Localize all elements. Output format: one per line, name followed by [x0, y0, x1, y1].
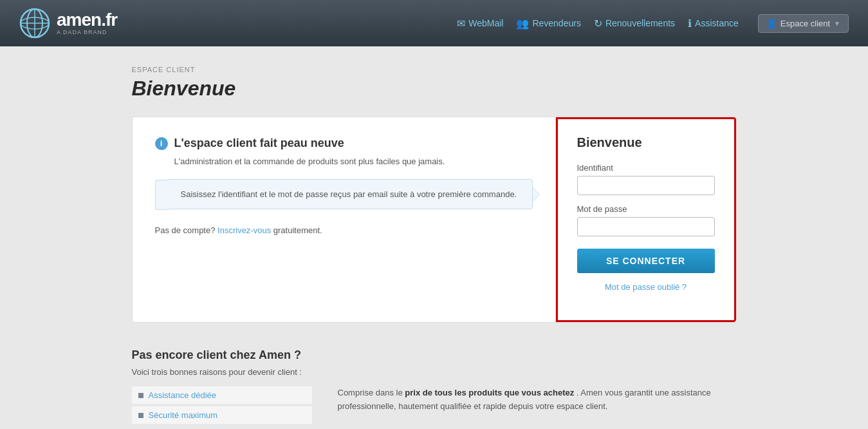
logo-brand: A DADA BRAND — [57, 29, 117, 35]
bottom-right: Comprise dans le prix de tous les produi… — [338, 386, 737, 426]
list-bullet-icon — [138, 393, 143, 398]
refresh-icon: ↻ — [594, 17, 602, 30]
info-box-text: Saisissez l'identifiant et le mot de pas… — [181, 189, 517, 199]
login-left-panel: i L'espace client fait peau neuve L'admi… — [133, 117, 556, 322]
list-bullet-icon — [138, 413, 143, 418]
no-account-suffix: gratuitement. — [273, 225, 322, 235]
bottom-text-1: Comprise dans le — [338, 388, 403, 397]
login-right-panel: Bienvenue Identifiant Mot de passe SE CO… — [556, 117, 736, 322]
site-header: amen.fr A DADA BRAND ✉ WebMail 👥 Revende… — [0, 0, 868, 46]
login-card: i L'espace client fait peau neuve L'admi… — [132, 117, 737, 323]
forgot-password-link[interactable]: Mot de passe oublié ? — [577, 282, 715, 292]
nav-webmail-label: WebMail — [468, 18, 503, 28]
bottom-grid: Assistance dédiée Sécurité maximum Compr… — [132, 386, 737, 426]
bottom-title: Pas encore client chez Amen ? — [132, 348, 737, 362]
connect-button[interactable]: SE CONNECTER — [577, 249, 715, 273]
nav-revendeurs[interactable]: 👥 Revendeurs — [516, 17, 581, 30]
globe-icon — [19, 8, 50, 39]
bottom-section: Pas encore client chez Amen ? Voici troi… — [132, 342, 737, 426]
mot-de-passe-group: Mot de passe — [577, 204, 715, 236]
mail-icon: ✉ — [457, 17, 465, 30]
page-title: Bienvenue — [132, 77, 737, 100]
info-circle-icon: i — [155, 137, 168, 150]
no-account-text: Pas de compte? Inscrivez-vous gratuiteme… — [155, 225, 533, 235]
register-link[interactable]: Inscrivez-vous — [217, 225, 271, 235]
nav-revendeurs-label: Revendeurs — [532, 18, 581, 28]
info-desc: L'administration et la commande de produ… — [155, 157, 533, 166]
nav-assistance[interactable]: ℹ Assistance — [688, 17, 739, 30]
info-header: i L'espace client fait peau neuve — [155, 137, 533, 150]
list-item-link-security[interactable]: Sécurité maximum — [149, 410, 218, 420]
info-icon: ℹ — [688, 17, 692, 30]
chevron-down-icon: ▼ — [834, 20, 840, 27]
login-welcome-title: Bienvenue — [577, 135, 715, 150]
main-nav: ✉ WebMail 👥 Revendeurs ↻ Renouvellements… — [457, 14, 849, 33]
nav-assistance-label: Assistance — [695, 18, 739, 28]
identifiant-label: Identifiant — [577, 163, 715, 173]
bottom-left: Assistance dédiée Sécurité maximum — [132, 386, 312, 426]
main-content: ESPACE CLIENT Bienvenue i L'espace clien… — [119, 46, 750, 429]
nav-webmail[interactable]: ✉ WebMail — [457, 17, 503, 30]
info-box: Saisissez l'identifiant et le mot de pas… — [168, 179, 533, 209]
nav-renouvellements-label: Renouvellements — [605, 18, 675, 28]
list-item: Sécurité maximum — [132, 406, 312, 424]
logo-text: amen.fr A DADA BRAND — [57, 11, 117, 35]
breadcrumb: ESPACE CLIENT — [132, 66, 737, 73]
info-title: L'espace client fait peau neuve — [174, 137, 344, 150]
nav-renouvellements[interactable]: ↻ Renouvellements — [594, 17, 675, 30]
mot-de-passe-input[interactable] — [577, 217, 715, 236]
bottom-right-text: Comprise dans le prix de tous les produi… — [338, 386, 737, 414]
identifiant-input[interactable] — [577, 176, 715, 195]
list-item-link-assistance[interactable]: Assistance dédiée — [149, 390, 217, 400]
info-box-arrow — [532, 187, 540, 202]
user-icon: 👤 — [766, 19, 777, 28]
espace-client-label: Espace client — [780, 19, 830, 28]
mot-de-passe-label: Mot de passe — [577, 204, 715, 214]
list-item: Assistance dédiée — [132, 386, 312, 404]
users-icon: 👥 — [516, 17, 529, 30]
bottom-text-bold: prix de tous les produits que vous achet… — [405, 388, 574, 397]
logo-name: amen.fr — [57, 11, 117, 29]
bottom-subtitle: Voici trois bonnes raisons pour devenir … — [132, 367, 737, 377]
no-account-prefix: Pas de compte? — [155, 225, 216, 235]
logo: amen.fr A DADA BRAND — [19, 8, 117, 39]
espace-client-dropdown[interactable]: 👤 Espace client ▼ — [758, 14, 849, 33]
identifiant-group: Identifiant — [577, 163, 715, 195]
